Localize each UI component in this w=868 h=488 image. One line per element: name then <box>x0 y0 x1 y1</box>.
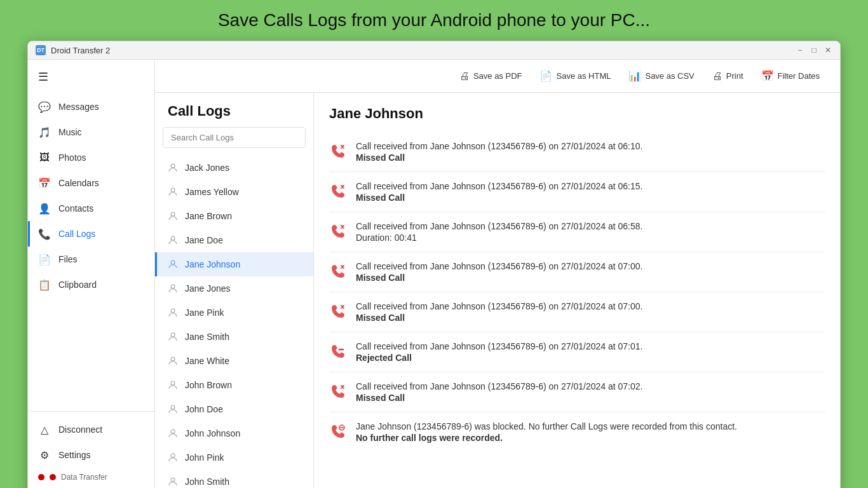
close-button[interactable]: ✕ <box>824 46 832 55</box>
sidebar-label-music: Music <box>58 127 82 137</box>
photos-icon: 🖼 <box>38 151 51 164</box>
call-entry: Call received from Jane Johnson (1234567… <box>329 252 825 292</box>
save-pdf-button[interactable]: 🖨 Save as PDF <box>452 67 530 86</box>
call-main-text: Call received from Jane Johnson (1234567… <box>356 381 825 391</box>
app-title: Droid Transfer 2 <box>51 46 110 55</box>
calendars-icon: 📅 <box>38 177 51 189</box>
contact-name: John Doe <box>185 404 223 414</box>
contact-item[interactable]: Jane Pink <box>155 301 313 325</box>
call-sub-text: Missed Call <box>356 393 825 403</box>
call-info: Call received from Jane Johnson (1234567… <box>356 301 825 323</box>
call-type-icon <box>329 262 347 280</box>
call-main-text: Call received from Jane Johnson (1234567… <box>356 221 825 231</box>
call-main-text: Call received from Jane Johnson (1234567… <box>356 341 825 351</box>
detail-panel: Jane Johnson Call received from Jane Joh… <box>314 93 840 488</box>
contact-item[interactable]: John Brown <box>155 373 313 397</box>
sidebar-label-files: Files <box>58 254 78 264</box>
sidebar-item-settings[interactable]: ⚙ Settings <box>28 442 154 468</box>
save-pdf-icon: 🖨 <box>459 71 470 82</box>
sidebar-item-disconnect[interactable]: △ Disconnect <box>28 417 154 442</box>
sidebar-item-music[interactable]: 🎵 Music <box>28 119 154 145</box>
contact-name: Jack Jones <box>185 163 229 173</box>
sidebar-item-clipboard[interactable]: 📋 Clipboard <box>28 272 154 297</box>
sidebar-item-calendars[interactable]: 📅 Calendars <box>28 170 154 196</box>
minimize-button[interactable]: − <box>796 46 804 55</box>
contact-name: Jane Jones <box>185 283 231 294</box>
page-banner: Save Calls Logs from your Android phone … <box>218 6 650 34</box>
call-entries-list: Call received from Jane Johnson (1234567… <box>329 132 825 452</box>
call-type-icon <box>329 182 347 200</box>
sidebar-item-messages[interactable]: 💬 Messages <box>28 94 154 119</box>
calllogs-icon: 📞 <box>38 227 51 240</box>
toolbar: 🖨 Save as PDF 📄 Save as HTML 📊 Save as C… <box>155 60 840 93</box>
call-type-icon <box>329 222 347 240</box>
save-html-label: Save as HTML <box>556 71 611 81</box>
contact-name: James Yellow <box>185 187 239 197</box>
contact-item[interactable]: Jane Brown <box>155 204 313 228</box>
sidebar-item-files[interactable]: 📄 Files <box>28 247 154 272</box>
contact-name: Jane Pink <box>185 308 224 318</box>
call-info: Call received from Jane Johnson (1234567… <box>356 341 825 363</box>
call-entry: Call received from Jane Johnson (1234567… <box>329 172 825 212</box>
contact-item[interactable]: Jane Doe <box>155 228 313 252</box>
call-type-icon <box>329 383 347 400</box>
call-sub-text: Duration: 00:41 <box>356 233 825 243</box>
dot1-indicator <box>38 474 44 480</box>
svg-point-9 <box>171 381 175 385</box>
save-csv-button[interactable]: 📊 Save as CSV <box>621 66 702 86</box>
call-info: Call received from Jane Johnson (1234567… <box>356 221 825 243</box>
sidebar-label-disconnect: Disconnect <box>58 424 102 435</box>
call-main-text: Jane Johnson (123456789-6) was blocked. … <box>356 421 825 431</box>
svg-point-7 <box>171 333 175 337</box>
save-html-button[interactable]: 📄 Save as HTML <box>532 66 618 86</box>
contact-item[interactable]: John Johnson <box>155 421 313 445</box>
contact-item[interactable]: John Smith <box>155 470 313 488</box>
contact-panel: Call Logs Jack Jones James Yellow <box>155 93 314 488</box>
svg-point-4 <box>171 261 175 264</box>
contact-avatar-icon <box>167 234 179 246</box>
print-label: Print <box>726 71 743 81</box>
contact-name: Jane Smith <box>185 332 229 342</box>
contact-name: John Pink <box>185 452 224 463</box>
filter-dates-button[interactable]: 📅 Filter Dates <box>754 66 827 86</box>
contact-item[interactable]: Jane White <box>155 349 313 373</box>
sidebar-label-settings: Settings <box>58 450 91 460</box>
call-sub-text: Rejected Call <box>356 353 825 363</box>
filter-dates-icon: 📅 <box>761 70 774 82</box>
contact-item[interactable]: John Pink <box>155 445 313 470</box>
sidebar-item-photos[interactable]: 🖼 Photos <box>28 145 154 170</box>
contact-item[interactable]: Jane Smith <box>155 325 313 349</box>
app-body: ☰ 💬 Messages 🎵 Music 🖼 Photos 📅 Calendar… <box>28 60 840 488</box>
call-main-text: Call received from Jane Johnson (1234567… <box>356 261 825 271</box>
sidebar: ☰ 💬 Messages 🎵 Music 🖼 Photos 📅 Calendar… <box>28 60 155 488</box>
print-button[interactable]: 🖨 Print <box>705 67 751 86</box>
contact-list: Jack Jones James Yellow Jane Brown Jane … <box>155 153 313 488</box>
contacts-icon: 👤 <box>38 202 51 215</box>
sidebar-item-calllogs[interactable]: 📞 Call Logs <box>28 221 154 247</box>
sidebar-item-contacts[interactable]: 👤 Contacts <box>28 196 154 221</box>
call-sub-text: Missed Call <box>356 152 825 163</box>
contact-item[interactable]: Jane Johnson <box>155 252 313 276</box>
contact-avatar-icon <box>167 476 179 487</box>
files-icon: 📄 <box>38 253 51 266</box>
call-type-icon <box>329 302 347 320</box>
contact-item[interactable]: James Yellow <box>155 180 313 204</box>
contact-item[interactable]: John Doe <box>155 397 313 421</box>
search-input[interactable] <box>163 127 306 148</box>
save-pdf-label: Save as PDF <box>473 71 522 81</box>
hamburger-menu[interactable]: ☰ <box>28 65 154 94</box>
svg-point-5 <box>171 285 175 288</box>
contact-avatar-icon <box>167 379 179 391</box>
title-bar-left: DT Droid Transfer 2 <box>36 45 110 55</box>
call-type-icon <box>329 142 347 160</box>
call-sub-text: No further call logs were recorded. <box>356 433 825 443</box>
filter-dates-label: Filter Dates <box>778 71 820 81</box>
contact-avatar-icon <box>167 162 179 173</box>
contact-name: John Johnson <box>185 428 240 438</box>
contact-avatar-icon <box>167 355 179 367</box>
contact-avatar-icon <box>167 307 179 318</box>
contact-item[interactable]: Jane Jones <box>155 276 313 301</box>
contact-avatar-icon <box>167 403 179 415</box>
maximize-button[interactable]: □ <box>810 46 818 55</box>
contact-item[interactable]: Jack Jones <box>155 156 313 180</box>
